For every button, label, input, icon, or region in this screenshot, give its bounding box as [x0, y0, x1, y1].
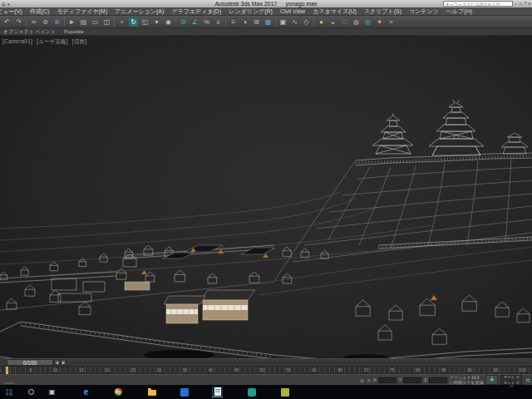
- trackbar-tick-label: 10: [53, 367, 58, 372]
- dropdown-icon[interactable]: ▾: [528, 1, 530, 7]
- menu-scripting[interactable]: スクリプト(S): [364, 7, 401, 16]
- time-slider-track[interactable]: [71, 362, 527, 363]
- isolate-selection-icon[interactable]: ⊘: [360, 377, 364, 383]
- menu-content[interactable]: コンテンツ: [409, 7, 439, 16]
- graphite-ribbon-icon[interactable]: ▣: [278, 17, 288, 27]
- select-link-icon[interactable]: ∞: [29, 17, 38, 27]
- trackbar-tick-label: 95: [493, 367, 498, 372]
- task-view-button[interactable]: ▣: [47, 387, 57, 397]
- ribbon-tab-object-paint[interactable]: オブジェクト ペイント: [3, 28, 56, 36]
- teal-app-taskbar-button[interactable]: [246, 387, 257, 397]
- select-object-icon[interactable]: ►: [67, 17, 76, 27]
- trackbar-ticks: 0510152025303540455055606570758085909510…: [0, 367, 532, 373]
- rendered-frame-icon[interactable]: □: [340, 17, 349, 27]
- chrome-taskbar-button[interactable]: [113, 387, 124, 397]
- teal-app-icon: [248, 388, 256, 397]
- render-setup-icon[interactable]: ◒: [328, 17, 337, 27]
- menu-modifiers[interactable]: モディファイヤ(M): [57, 7, 107, 16]
- edit-selection-set-icon[interactable]: ≡: [229, 17, 238, 27]
- add-time-tag[interactable]: 時間タグを追加: [454, 381, 483, 385]
- y-coord-field[interactable]: [403, 377, 421, 383]
- menu-bar: ビュー(V) 作成(C) モディファイヤ(M) アニメーション(A) グラフエデ…: [0, 7, 532, 16]
- start-button[interactable]: [3, 387, 14, 397]
- z-coord-field[interactable]: [429, 377, 447, 383]
- green-app-taskbar-button[interactable]: [279, 387, 290, 397]
- trackbar-tick-label: 25: [131, 367, 135, 372]
- prompt-text: [3, 382, 15, 384]
- folder-icon: [148, 390, 156, 396]
- render-iterative-icon[interactable]: ◎: [363, 17, 372, 27]
- camera-viewport[interactable]: [Camera01] [ユーザ定義] [辺面]: [0, 36, 532, 358]
- cortana-button[interactable]: [26, 387, 37, 397]
- menu-view[interactable]: ビュー(V): [0, 7, 22, 16]
- trackbar-tick-label: 15: [79, 367, 84, 372]
- select-scale-icon[interactable]: ◱: [140, 17, 150, 27]
- pan-view-button[interactable]: +: [485, 375, 498, 385]
- trackbar-tick-label: 0: [6, 367, 8, 372]
- menu-animation[interactable]: アニメーション(A): [115, 7, 164, 16]
- selection-region-icon[interactable]: ▭: [91, 17, 100, 27]
- viewport-label[interactable]: [Camera01] [ユーザ定義] [辺面]: [2, 38, 89, 46]
- undo-icon[interactable]: ↶: [2, 17, 12, 27]
- orbit-view-icon[interactable]: π: [525, 377, 530, 384]
- trackbar-tick-label: 50: [260, 367, 265, 372]
- layer-manager-icon[interactable]: ▦: [264, 17, 273, 27]
- select-move-icon[interactable]: +: [117, 17, 126, 27]
- viewport-user-label[interactable]: [ユーザ定義]: [37, 38, 68, 44]
- ribbon-strip: オブジェクト ペイント Populate –: [0, 28, 532, 36]
- blue-app-taskbar-button[interactable]: [179, 387, 190, 397]
- lock-selection-icon[interactable]: ✕: [367, 377, 371, 383]
- menu-rendering[interactable]: レンダリング(R): [229, 7, 273, 16]
- help-icon[interactable]: ?: [525, 1, 527, 7]
- x-coord-field[interactable]: [378, 377, 397, 383]
- menu-graph-editors[interactable]: グラフエディタ(D): [171, 7, 221, 16]
- unlink-icon[interactable]: ⊘: [41, 17, 50, 27]
- render-production-icon[interactable]: ◍: [352, 17, 361, 27]
- trackbar-tick-label: 90: [467, 367, 472, 372]
- ref-coord-icon[interactable]: ▾: [152, 17, 161, 27]
- frame-indicator[interactable]: 0/100: [7, 359, 53, 366]
- bind-spacewarp-icon[interactable]: ≋: [52, 17, 62, 27]
- menu-create[interactable]: 作成(C): [30, 7, 50, 16]
- angle-snap-icon[interactable]: ∠: [190, 17, 200, 27]
- menu-civil-view[interactable]: Civil View: [280, 8, 305, 14]
- auto-key-button[interactable]: オート キー: [500, 375, 522, 380]
- active-app-taskbar-button[interactable]: [212, 387, 223, 397]
- prev-frame-icon[interactable]: ◄: [54, 359, 60, 366]
- cortana-icon: [28, 389, 34, 395]
- percent-snap-icon[interactable]: %: [202, 17, 211, 27]
- x-coord-label: X:: [373, 377, 377, 382]
- trackbar-tick-label: 80: [416, 367, 421, 372]
- menu-customize[interactable]: カスタマイズ(U): [313, 7, 357, 16]
- set-key-button[interactable]: セット キー: [500, 381, 522, 386]
- track-bar[interactable]: 0510152025303540455055606570758085909510…: [0, 367, 532, 374]
- ribbon-tab-populate[interactable]: Populate: [64, 29, 84, 34]
- toolbar-overflow-icon[interactable]: »: [387, 17, 396, 27]
- snap-toggle-icon[interactable]: ⊙: [179, 17, 188, 27]
- align-icon[interactable]: ⊞: [252, 17, 261, 27]
- corner-turret: [501, 133, 528, 154]
- help-search-input[interactable]: [443, 1, 513, 7]
- sign-in-icon[interactable]: ☺: [519, 1, 523, 7]
- select-by-name-icon[interactable]: ▤: [79, 17, 88, 27]
- material-editor-icon[interactable]: ●: [317, 17, 326, 27]
- redo-icon[interactable]: ↷: [14, 17, 23, 27]
- viewport-camera-label[interactable]: [Camera01]: [2, 38, 32, 44]
- trackbar-tick-label: 20: [105, 367, 110, 372]
- explorer-taskbar-button[interactable]: [146, 387, 157, 397]
- spinner-snap-icon[interactable]: ±: [214, 17, 223, 27]
- mirror-icon[interactable]: ◑: [240, 17, 249, 27]
- search-icon[interactable]: ⌕: [515, 1, 517, 7]
- edge-taskbar-button[interactable]: e: [81, 387, 91, 397]
- next-frame-icon[interactable]: ►: [61, 359, 66, 366]
- window-crossing-icon[interactable]: ◫: [102, 17, 111, 27]
- select-rotate-icon[interactable]: ↻: [129, 17, 138, 27]
- curve-editor-icon[interactable]: ∿: [290, 17, 299, 27]
- ribbon-minimize-icon[interactable]: –: [92, 29, 95, 34]
- viewport-shading-label[interactable]: [辺面]: [72, 38, 86, 44]
- schematic-view-icon[interactable]: ◇: [302, 17, 311, 27]
- terrain-contours: [0, 192, 532, 295]
- pivot-center-icon[interactable]: ◉: [164, 17, 173, 27]
- menu-help[interactable]: ヘルプ(H): [446, 7, 472, 16]
- scene-explorer-icon[interactable]: ✦: [375, 17, 384, 27]
